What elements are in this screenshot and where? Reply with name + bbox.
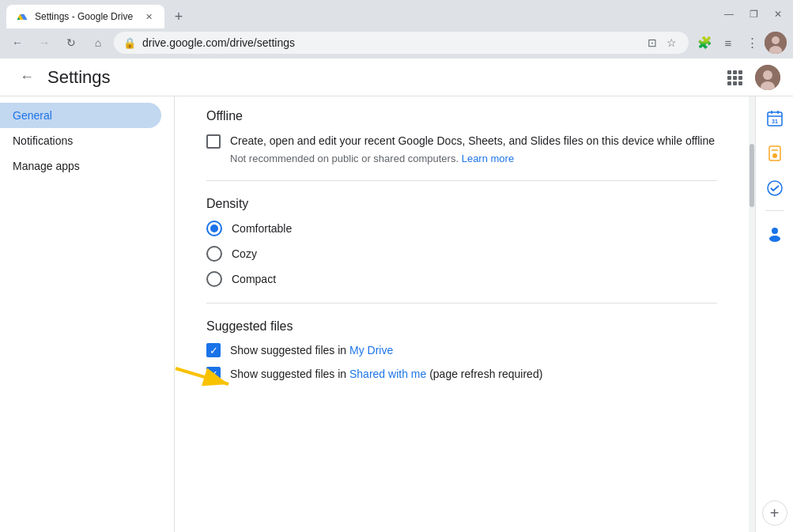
density-title: Density [206,197,717,211]
svg-rect-8 [733,76,737,80]
suggested-my-drive-checkbox[interactable]: ✓ [206,343,221,357]
apps-grid-icon[interactable] [720,63,749,92]
svg-rect-5 [733,70,737,74]
svg-point-27 [772,228,778,234]
address-bar[interactable]: 🔒 drive.google.com/drive/settings ⊡ ☆ [114,32,689,54]
home-button[interactable]: ⌂ [87,32,109,54]
right-panel-contacts-icon[interactable] [759,217,791,249]
divider-density-suggested [206,303,717,304]
sidebar: General Notifications Manage apps [0,96,174,532]
header-avatar[interactable] [755,65,780,90]
svg-point-2 [772,36,780,44]
svg-rect-11 [733,81,737,85]
suggested-section: 3 Suggested files ✓ [206,319,717,381]
divider-offline-density [206,180,717,181]
sidebar-item-notifications[interactable]: Notifications [0,128,161,153]
right-panel-tasks-icon[interactable] [759,172,791,204]
offline-warning: Not recommended on public or shared comp… [230,153,715,164]
density-comfortable-radio[interactable] [206,221,222,236]
offline-checkbox[interactable] [206,134,221,149]
svg-point-14 [763,70,772,80]
extensions-icon[interactable]: 🧩 [693,32,716,54]
url-display: drive.google.com/drive/settings [142,36,295,49]
forward-nav-button[interactable]: → [33,32,55,54]
svg-rect-12 [738,81,742,85]
offline-description: Create, open and edit your recent Google… [230,133,715,164]
density-cozy-label: Cozy [232,247,257,260]
svg-rect-4 [727,70,731,74]
back-nav-button[interactable]: ← [6,32,28,54]
density-cozy-radio[interactable] [206,246,222,262]
suggested-shared-label: Show suggested files in Shared with me (… [230,368,542,380]
sidebar-item-manage-apps[interactable]: Manage apps [0,153,161,179]
scrollbar-track[interactable] [749,96,755,532]
profile-icon[interactable]: ≡ [717,32,739,54]
svg-point-26 [768,181,782,195]
window-controls: — ❐ ✕ [719,7,787,26]
tab-close-button[interactable]: ✕ [142,10,155,23]
bookmark-icon[interactable]: ☆ [663,35,679,51]
settings-back-button[interactable]: ← [13,63,41,92]
maximize-button[interactable]: ❐ [745,7,763,21]
offline-checkbox-row: Create, open and edit your recent Google… [206,133,717,164]
svg-line-17 [176,368,228,384]
radio-inner-comfortable [210,224,218,232]
svg-point-24 [772,153,777,158]
suggested-files-title: Suggested files [206,319,717,334]
density-cozy-row[interactable]: Cozy [206,246,717,262]
refresh-button[interactable]: ↻ [60,32,82,54]
content-area: General Notifications Manage apps Offlin… [0,96,793,532]
browser-tab[interactable]: Settings - Google Drive ✕ [6,5,164,28]
annotation-arrow [174,360,235,394]
new-tab-button[interactable]: + [168,6,190,28]
right-panel: 31 [755,96,793,532]
scrollbar-thumb[interactable] [750,144,754,207]
settings-main: Offline Create, open and edit your recen… [174,96,749,532]
user-avatar[interactable] [765,32,787,54]
right-panel-calendar-icon[interactable]: 31 [759,103,791,134]
svg-rect-6 [738,70,742,74]
suggested-my-drive-row: ✓ Show suggested files in My Drive [206,343,717,357]
sidebar-item-general[interactable]: General [0,103,161,128]
suggested-my-drive-label: Show suggested files in My Drive [230,344,393,357]
right-panel-keep-icon[interactable] [759,138,791,169]
tab-title: Settings - Google Drive [35,11,136,22]
offline-section: Offline Create, open and edit your recen… [206,109,717,164]
density-compact-row[interactable]: Compact [206,271,717,287]
suggested-shared-row: ✓ Show suggested files in Shared with me… [206,367,717,381]
minimize-button[interactable]: — [719,7,738,21]
cast-icon[interactable]: ⊡ [644,35,660,51]
svg-rect-7 [727,76,731,80]
density-comfortable-label: Comfortable [232,222,292,235]
svg-rect-9 [738,76,742,80]
right-panel-divider [765,210,784,211]
density-section: Density Comfortable Cozy Compact [206,197,717,287]
density-compact-label: Compact [232,273,276,285]
page: ← Settings [0,58,793,532]
svg-rect-10 [727,81,731,85]
offline-title: Offline [206,109,717,123]
more-menu-button[interactable]: ⋮ [741,32,763,54]
page-title: Settings [47,67,111,88]
close-button[interactable]: ✕ [769,7,787,21]
density-compact-radio[interactable] [206,271,222,287]
learn-more-link[interactable]: Learn more [462,153,514,164]
tab-favicon [16,10,28,23]
svg-point-28 [769,236,780,242]
svg-text:31: 31 [772,119,778,124]
right-panel-add-button[interactable]: + [762,500,787,526]
page-header: ← Settings [0,58,793,96]
density-comfortable-row[interactable]: Comfortable [206,221,717,236]
